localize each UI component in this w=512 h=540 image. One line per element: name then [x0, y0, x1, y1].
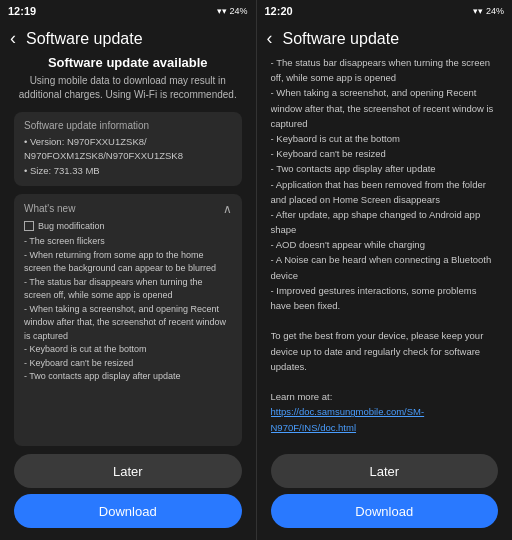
- signal-icon: ▾▾ 24%: [217, 6, 248, 16]
- header-right: ‹ Software update: [257, 22, 513, 55]
- header-left: ‹ Software update: [0, 22, 256, 55]
- whats-new-content: Bug modification - The screen flickers -…: [24, 220, 232, 384]
- size-info: • Size: 731.33 MB: [24, 164, 232, 178]
- keyboard-resize-item: - Keyboard can't be resized: [24, 357, 232, 371]
- flickers-item: - The screen flickers: [24, 235, 232, 249]
- status-icons-left: ▾▾ 24%: [217, 6, 248, 16]
- bug-label: Bug modification: [38, 220, 105, 234]
- statusbar-item: - The status bar disappears when turning…: [24, 276, 232, 303]
- whats-new-header: What's new ∧: [24, 202, 232, 216]
- content-line-aod: - AOD doesn't appear while charging: [271, 237, 499, 252]
- bug-mod-item: Bug modification: [24, 220, 232, 234]
- bottom-buttons-right: Later Download: [257, 446, 513, 540]
- keyboard-cut-item: - Keybaord is cut at the bottom: [24, 343, 232, 357]
- content-line-noise: - A Noise can be heard when connecting a…: [271, 252, 499, 282]
- content-line-statusbar: - The status bar disappears when turning…: [271, 55, 499, 85]
- panel-left: 12:19 ▾▾ 24% ‹ Software update Software …: [0, 0, 256, 540]
- status-bar-right: 12:20 ▾▾ 24%: [257, 0, 513, 22]
- bottom-buttons-left: Later Download: [0, 446, 256, 540]
- learn-more-label: Learn more at:: [271, 389, 499, 404]
- scroll-content-right: - The status bar disappears when turning…: [271, 55, 499, 446]
- version-line1: • Version: N970FXXU1ZSK8/: [24, 135, 232, 149]
- content-line-keyboard-cut: - Keybaord is cut at the bottom: [271, 131, 499, 146]
- signal-icon-right: ▾▾ 24%: [473, 6, 504, 16]
- content-line-gestures: - Improved gestures interactions, some p…: [271, 283, 499, 313]
- back-button-left[interactable]: ‹: [10, 28, 16, 49]
- content-left: Software update available Using mobile d…: [0, 55, 256, 446]
- page-title-right: Software update: [283, 30, 400, 48]
- status-bar-left: 12:19 ▾▾ 24%: [0, 0, 256, 22]
- update-info-box: Software update information • Version: N…: [14, 112, 242, 186]
- time-left: 12:19: [8, 5, 36, 17]
- download-button-right[interactable]: Download: [271, 494, 499, 528]
- content-line-app-remove: - Application that has been removed from…: [271, 177, 499, 207]
- back-button-right[interactable]: ‹: [267, 28, 273, 49]
- version-line2: N970FOXM1ZSK8/N970FXXU1ZSK8: [24, 149, 232, 163]
- later-button-left[interactable]: Later: [14, 454, 242, 488]
- chevron-up-icon: ∧: [223, 202, 232, 216]
- content-line-keyboard-resize: - Keyboard can't be resized: [271, 146, 499, 161]
- page-title-left: Software update: [26, 30, 143, 48]
- footer-text: To get the best from your device, please…: [271, 328, 499, 374]
- update-available-title: Software update available: [14, 55, 242, 70]
- info-box-title: Software update information: [24, 120, 232, 131]
- content-line-contacts: - Two contacts app display after update: [271, 161, 499, 176]
- later-button-right[interactable]: Later: [271, 454, 499, 488]
- whats-new-title: What's new: [24, 203, 75, 214]
- status-icons-right: ▾▾ 24%: [473, 6, 504, 16]
- download-button-left[interactable]: Download: [14, 494, 242, 528]
- update-subtitle: Using mobile data to download may result…: [14, 74, 242, 102]
- contacts-item: - Two contacts app display after update: [24, 370, 232, 384]
- blur-item: - When returning from some app to the ho…: [24, 249, 232, 276]
- checkbox-bug[interactable]: [24, 221, 34, 231]
- whats-new-section: What's new ∧ Bug modification - The scre…: [14, 194, 242, 446]
- content-line-screenshot: - When taking a screenshot, and opening …: [271, 85, 499, 131]
- content-right: - The status bar disappears when turning…: [257, 55, 513, 446]
- screenshot-item: - When taking a screenshot, and opening …: [24, 303, 232, 344]
- panel-right: 12:20 ▾▾ 24% ‹ Software update - The sta…: [257, 0, 513, 540]
- doc-link[interactable]: https://doc.samsungmobile.com/SM-N970F/I…: [271, 404, 499, 434]
- time-right: 12:20: [265, 5, 293, 17]
- content-line-app-shape: - After update, app shape changed to And…: [271, 207, 499, 237]
